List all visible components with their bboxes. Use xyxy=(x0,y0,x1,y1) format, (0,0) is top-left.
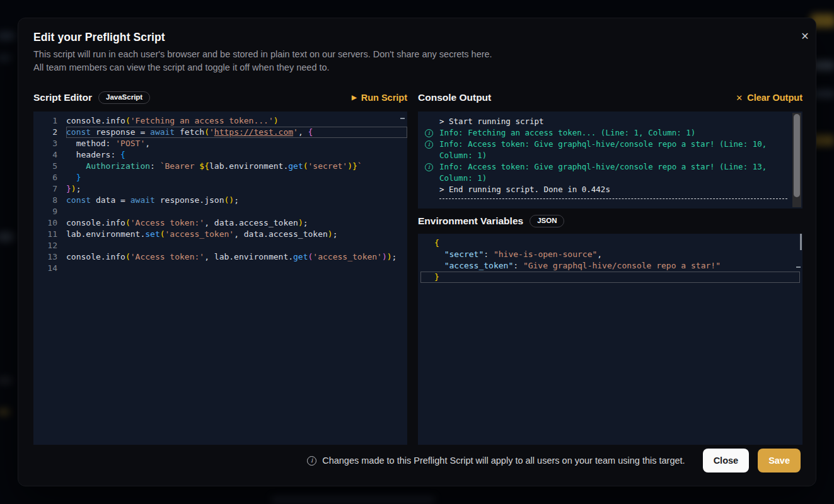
line-content: console.info('Access token:', data.acces… xyxy=(66,217,407,229)
code-line[interactable]: 13console.info('Access token:', lab.envi… xyxy=(33,251,407,263)
line-content xyxy=(66,206,407,217)
description-line-1: This script will run in each user's brow… xyxy=(33,49,492,59)
run-script-label: Run Script xyxy=(361,93,407,103)
line-number: 8 xyxy=(33,195,57,206)
code-line[interactable]: 1console.info('Fetching an access token.… xyxy=(33,115,407,127)
console-entry: iInfo: Access token: Give graphql-hive/c… xyxy=(420,139,790,161)
code-line[interactable]: 7}); xyxy=(33,183,407,195)
backdrop-blob xyxy=(0,32,15,40)
code-line[interactable]: 8const data = await response.json(); xyxy=(33,195,407,206)
line-number: 2 xyxy=(33,127,57,138)
console-scrollbar[interactable] xyxy=(792,113,801,207)
code-line[interactable]: "access_token": "Give graphql-hive/conso… xyxy=(418,260,802,272)
clear-icon: ✕ xyxy=(736,94,743,102)
console-entry: > Start running script xyxy=(420,116,790,127)
line-number: 13 xyxy=(33,251,57,263)
line-number: 3 xyxy=(33,138,57,149)
info-icon: i xyxy=(307,456,316,466)
code-line[interactable]: 11lab.environment.set('access_token', da… xyxy=(33,229,407,240)
line-number: 10 xyxy=(33,217,57,229)
preflight-script-modal: ✕ Edit your Preflight Script This script… xyxy=(18,18,816,486)
line-number: 6 xyxy=(33,172,57,183)
environment-variables-title: Environment Variables xyxy=(418,215,523,227)
info-icon: i xyxy=(425,129,433,137)
code-line[interactable]: 10console.info('Access token:', data.acc… xyxy=(33,217,407,229)
line-number: 11 xyxy=(33,229,57,240)
footer-note-text: Changes made to this Preflight Script wi… xyxy=(322,455,685,466)
line-content: lab.environment.set('access_token', data… xyxy=(66,229,407,240)
code-line[interactable]: 5 Authorization: `Bearer ${lab.environme… xyxy=(33,161,407,172)
line-content: "access_token": "Give graphql-hive/conso… xyxy=(434,260,802,272)
console-separator xyxy=(439,198,787,199)
code-line[interactable]: 3 method: 'POST', xyxy=(33,138,407,149)
line-content: } xyxy=(420,272,800,283)
line-content: { xyxy=(434,238,802,249)
line-number: 7 xyxy=(33,183,57,195)
run-script-button[interactable]: ▶ Run Script xyxy=(352,93,407,103)
line-number: 14 xyxy=(33,263,57,274)
environment-variables-editor[interactable]: { "secret": "hive-is-open-source", "acce… xyxy=(418,234,802,445)
line-number: 5 xyxy=(33,161,57,172)
backdrop-blob xyxy=(0,54,11,62)
footer-note: i Changes made to this Preflight Script … xyxy=(307,455,685,466)
console-entry: iInfo: Fetching an access token... (Line… xyxy=(420,127,790,139)
clear-output-label: Clear Output xyxy=(747,93,802,103)
line-content xyxy=(66,263,407,274)
backdrop-blob xyxy=(271,496,435,503)
page-title: Edit your Preflight Script xyxy=(33,31,165,44)
console-entry-text: Info: Access token: Give graphql-hive/co… xyxy=(439,162,767,183)
code-line[interactable]: 4 headers: { xyxy=(33,149,407,161)
backdrop-blob xyxy=(0,408,10,416)
save-button[interactable]: Save xyxy=(758,449,801,472)
line-content: Authorization: `Bearer ${lab.environment… xyxy=(66,161,407,172)
info-icon: i xyxy=(425,163,433,171)
console-entry: iInfo: Access token: Give graphql-hive/c… xyxy=(420,161,790,184)
console-scrollbar-thumb[interactable] xyxy=(794,114,800,197)
json-badge: JSON xyxy=(530,215,564,228)
line-content: method: 'POST', xyxy=(66,138,407,149)
console-entry: > End running script. Done in 0.442s xyxy=(420,184,790,195)
scrollbar-mark xyxy=(800,234,802,250)
console-entry-text: Info: Access token: Give graphql-hive/co… xyxy=(439,139,767,160)
backdrop-blob xyxy=(0,232,14,242)
line-content: headers: { xyxy=(66,149,407,161)
console-entry-text: > Start running script xyxy=(439,117,544,126)
scrollbar-mark xyxy=(796,266,801,268)
description-line-2: All team members can view the script and… xyxy=(33,62,330,72)
line-content: }); xyxy=(66,183,407,195)
clear-output-button[interactable]: ✕ Clear Output xyxy=(736,93,802,103)
script-editor[interactable]: 1console.info('Fetching an access token.… xyxy=(33,112,407,445)
code-line[interactable]: 6 } xyxy=(33,172,407,183)
line-content: console.info('Access token:', lab.enviro… xyxy=(66,251,407,263)
console-entry-text: > End running script. Done in 0.442s xyxy=(439,185,610,194)
code-line[interactable]: 2const response = await fetch('https://t… xyxy=(33,127,407,138)
scrollbar-mark xyxy=(400,118,405,119)
code-line[interactable]: 9 xyxy=(33,206,407,217)
info-icon: i xyxy=(425,140,433,149)
line-content xyxy=(66,240,407,251)
line-number: 1 xyxy=(33,115,57,127)
line-number: 12 xyxy=(33,240,57,251)
code-line[interactable]: 12 xyxy=(33,240,407,251)
console-output-body: > Start running scriptiInfo: Fetching an… xyxy=(418,112,802,199)
code-line[interactable]: 14 xyxy=(33,263,407,274)
console-output: > Start running scriptiInfo: Fetching an… xyxy=(418,112,802,209)
line-number: 9 xyxy=(33,206,57,217)
line-content: "secret": "hive-is-open-source", xyxy=(434,249,802,260)
environment-variables-code: { "secret": "hive-is-open-source", "acce… xyxy=(418,234,802,283)
backdrop-blob xyxy=(0,377,13,384)
console-entry-text: Info: Fetching an access token... (Line:… xyxy=(439,128,695,137)
line-content: const data = await response.json(); xyxy=(66,195,407,206)
script-editor-code: 1console.info('Fetching an access token.… xyxy=(33,112,407,274)
close-button[interactable]: Close xyxy=(703,449,750,472)
line-number: 4 xyxy=(33,149,57,161)
line-content: } xyxy=(66,172,407,183)
line-content: const response = await fetch('https://te… xyxy=(66,127,407,138)
code-line[interactable]: { xyxy=(418,238,802,249)
code-line[interactable]: } xyxy=(418,272,802,283)
play-icon: ▶ xyxy=(352,94,357,101)
code-line[interactable]: "secret": "hive-is-open-source", xyxy=(418,249,802,260)
line-content: console.info('Fetching an access token..… xyxy=(66,115,407,127)
close-icon[interactable]: ✕ xyxy=(797,28,813,43)
